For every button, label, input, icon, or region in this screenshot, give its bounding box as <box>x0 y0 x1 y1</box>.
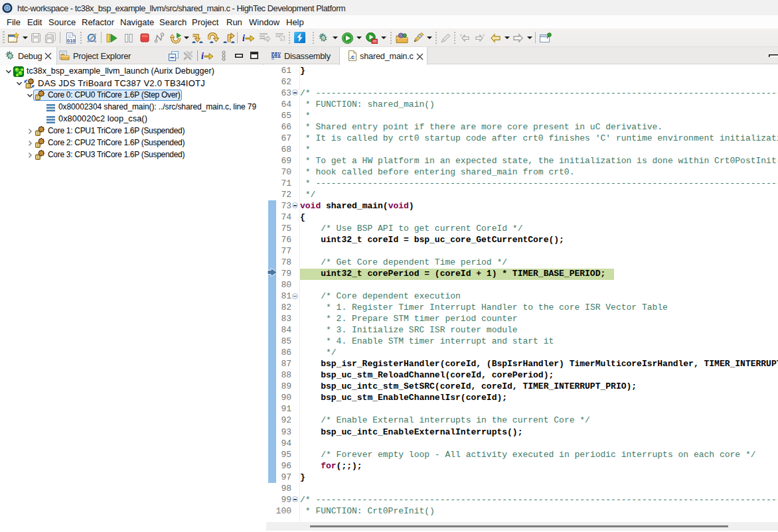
svg-text:i: i <box>201 51 204 61</box>
svg-text:010: 010 <box>67 38 76 44</box>
svg-text:.c: .c <box>350 54 355 60</box>
svg-text:i: i <box>242 33 245 43</box>
